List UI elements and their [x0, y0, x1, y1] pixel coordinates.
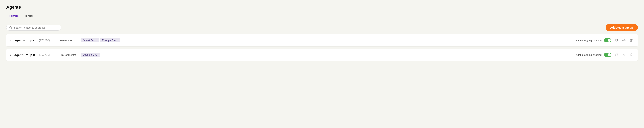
- agent-groups-list: › Agent Group A (171230) Environments: D…: [6, 34, 638, 61]
- tabs-bar: Private Cloud: [6, 13, 638, 20]
- toolbar: Add Agent Group: [6, 24, 638, 31]
- group-name: Agent Group A: [14, 39, 35, 42]
- cloud-logging-label: Cloud logging enabled: [576, 39, 602, 42]
- divider: [55, 38, 55, 42]
- card-right: Cloud logging enabled: [576, 38, 634, 43]
- trash-icon: [630, 39, 633, 42]
- card-left: › Agent Group B (192720) Environments: E…: [10, 53, 576, 57]
- delete-icon-button[interactable]: [629, 52, 634, 57]
- card-right: Cloud logging enabled: [576, 52, 634, 57]
- settings-icon: [622, 39, 626, 42]
- svg-rect-7: [630, 54, 632, 56]
- chevron-right-icon[interactable]: ›: [10, 39, 11, 42]
- search-box[interactable]: [6, 25, 61, 30]
- add-agent-group-button[interactable]: Add Agent Group: [606, 24, 638, 31]
- settings-icon-button[interactable]: [621, 38, 626, 43]
- svg-line-1: [11, 28, 12, 29]
- toggle-slider: [604, 53, 612, 57]
- svg-rect-3: [630, 40, 632, 41]
- refresh-icon: [614, 53, 618, 57]
- group-id: (171230): [39, 39, 50, 42]
- page-title: Agents: [6, 5, 638, 10]
- tab-private[interactable]: Private: [6, 13, 22, 20]
- delete-icon-button[interactable]: [629, 38, 634, 43]
- cloud-logging-toggle[interactable]: [604, 53, 612, 57]
- refresh-icon-button[interactable]: [614, 38, 619, 43]
- toggle-slider: [604, 38, 612, 42]
- search-input[interactable]: [14, 26, 58, 29]
- svg-point-2: [624, 40, 624, 41]
- card-left: › Agent Group A (171230) Environments: D…: [10, 38, 576, 42]
- env-tags: Example Env...: [80, 53, 100, 57]
- svg-point-6: [624, 54, 624, 55]
- env-tags: Default Envi...Example Env...: [80, 38, 120, 42]
- svg-point-0: [10, 26, 11, 28]
- trash-icon: [630, 53, 633, 57]
- search-icon: [9, 26, 12, 29]
- environments-label: Environments:: [60, 39, 76, 42]
- chevron-right-icon[interactable]: ›: [10, 53, 11, 56]
- settings-icon: [622, 53, 626, 57]
- cloud-logging-toggle[interactable]: [604, 38, 612, 42]
- refresh-icon: [614, 39, 618, 42]
- agent-group-card: › Agent Group B (192720) Environments: E…: [6, 49, 638, 61]
- tab-cloud[interactable]: Cloud: [22, 13, 36, 20]
- env-tag: Default Envi...: [80, 38, 99, 42]
- environments-label: Environments:: [60, 53, 76, 56]
- divider: [55, 53, 55, 57]
- group-name: Agent Group B: [14, 53, 35, 57]
- env-tag: Example Env...: [80, 53, 100, 57]
- env-tag: Example Env...: [100, 38, 120, 42]
- refresh-icon-button[interactable]: [614, 52, 619, 57]
- settings-icon-button[interactable]: [621, 52, 626, 57]
- cloud-logging-label: Cloud logging enabled: [576, 53, 602, 56]
- group-id: (192720): [39, 53, 50, 56]
- agent-group-card: › Agent Group A (171230) Environments: D…: [6, 34, 638, 46]
